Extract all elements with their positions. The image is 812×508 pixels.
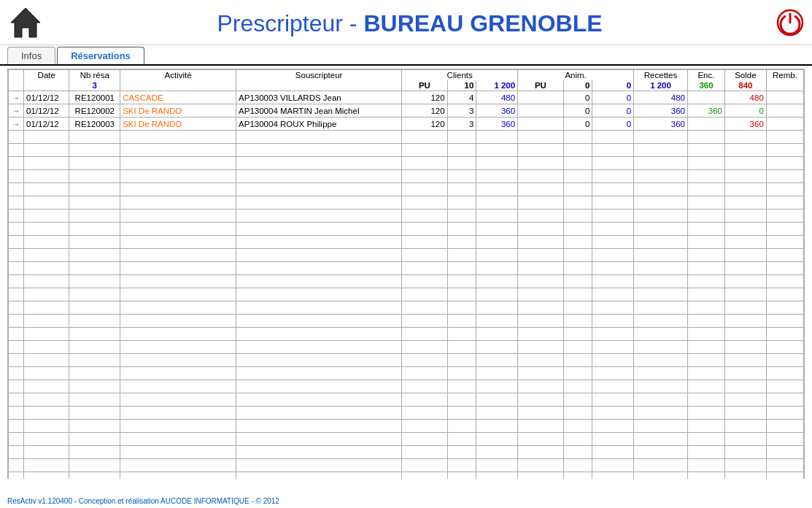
row-clients-du: 360 [476, 118, 518, 131]
row-souscripteur: AP130004 ROUX Philippe [236, 118, 402, 131]
th2-anim-du: 0 [592, 80, 634, 91]
th2-clients-pu: PU [402, 80, 447, 91]
row-clients-nb: 3 [447, 118, 476, 131]
empty-row [9, 288, 804, 301]
th2-nbrsa-count: 3 [69, 80, 120, 91]
row-anim-du: 0 [592, 91, 634, 104]
row-anim-du: 0 [592, 104, 634, 118]
row-anim-du: 0 [592, 118, 634, 131]
th-arrow [9, 70, 24, 81]
row-clients-pu: 120 [402, 104, 447, 118]
table-row[interactable]: → 01/12/12 RE120002 SKI De RANDO AP13000… [9, 104, 804, 118]
table-row[interactable]: → 01/12/12 RE120003 SKI De RANDO AP13000… [9, 118, 804, 131]
empty-row [9, 380, 804, 393]
th-anim-group: Anim. [518, 70, 634, 81]
empty-row [9, 183, 804, 196]
row-anim-nb: 0 [563, 104, 592, 118]
empty-row [9, 157, 804, 170]
row-anim-nb: 0 [563, 91, 592, 104]
row-activite: SKI De RANDO [120, 104, 236, 118]
row-anim-nb: 0 [563, 118, 592, 131]
empty-row [9, 433, 804, 446]
home-button[interactable] [7, 4, 44, 43]
column-header-row1: Date Nb résa Activité Souscripteur Clien… [9, 70, 804, 81]
th-activite: Activité [120, 70, 236, 81]
empty-row [9, 407, 804, 420]
row-clients-nb: 3 [447, 104, 476, 118]
empty-row [9, 223, 804, 236]
th2-enc: 360 [687, 80, 724, 91]
table-body: → 01/12/12 RE120001 CASCADE AP130003 VIL… [9, 91, 804, 480]
th2-activite [120, 80, 236, 91]
empty-row [9, 367, 804, 380]
row-clients-du: 480 [476, 91, 518, 104]
row-anim-pu [518, 91, 563, 104]
empty-row [9, 328, 804, 341]
row-arrow: → [9, 118, 24, 131]
row-ref: RE120002 [69, 104, 120, 118]
row-remb [766, 118, 803, 131]
th-remb: Remb. [766, 70, 803, 81]
power-button[interactable] [776, 8, 805, 39]
th-date: Date [24, 70, 69, 81]
empty-row [9, 249, 804, 262]
th2-recettes: 1 200 [634, 80, 688, 91]
row-recettes: 360 [634, 118, 688, 131]
row-clients-nb: 4 [447, 91, 476, 104]
row-ref: RE120003 [69, 118, 120, 131]
row-recettes: 360 [634, 104, 688, 118]
row-anim-pu [518, 104, 563, 118]
empty-row [9, 275, 804, 288]
tab-reservations[interactable]: Réservations [57, 47, 144, 64]
empty-row [9, 341, 804, 354]
empty-row [9, 459, 804, 472]
row-activite: SKI De RANDO [120, 118, 236, 131]
th2-clients-du: 1 200 [476, 80, 518, 91]
th-enc: Enc. [687, 70, 724, 81]
empty-row [9, 170, 804, 183]
row-recettes: 480 [634, 91, 688, 104]
row-solde: 360 [725, 118, 767, 131]
page-title: Prescripteur - BUREAU GRENOBLE [44, 10, 776, 37]
row-arrow: → [9, 91, 24, 104]
main-content: Date Nb résa Activité Souscripteur Clien… [0, 66, 812, 479]
reservations-table: Date Nb résa Activité Souscripteur Clien… [8, 69, 804, 479]
th2-clients-nb: 10 [447, 80, 476, 91]
th2-solde: 840 [725, 80, 767, 91]
table-row[interactable]: → 01/12/12 RE120001 CASCADE AP130003 VIL… [9, 91, 804, 104]
empty-row [9, 209, 804, 223]
row-arrow: → [9, 104, 24, 118]
row-date: 01/12/12 [24, 91, 69, 104]
empty-row [9, 196, 804, 209]
row-enc: 360 [687, 104, 724, 118]
th-nbrsa: Nb résa [69, 70, 120, 81]
empty-row [9, 236, 804, 249]
row-date: 01/12/12 [24, 104, 69, 118]
row-clients-pu: 120 [402, 118, 447, 131]
tab-infos[interactable]: Infos [7, 47, 55, 64]
th2-arrow [9, 80, 24, 91]
row-solde: 480 [725, 91, 767, 104]
empty-row [9, 420, 804, 433]
svg-marker-0 [11, 8, 40, 37]
row-ref: RE120001 [69, 91, 120, 104]
th2-date [24, 80, 69, 91]
empty-row [9, 315, 804, 328]
footer: ResActiv v1.120400 - Conception et réali… [7, 497, 279, 505]
empty-row [9, 393, 804, 407]
row-anim-pu [518, 118, 563, 131]
empty-row [9, 354, 804, 367]
row-enc [687, 118, 724, 131]
th-recettes: Recettes [634, 70, 688, 81]
th-souscripteur: Souscripteur [236, 70, 402, 81]
row-souscripteur: AP130003 VILLARDS Jean [236, 91, 402, 104]
row-date: 01/12/12 [24, 118, 69, 131]
table-wrapper[interactable]: Date Nb résa Activité Souscripteur Clien… [7, 69, 805, 479]
th2-souscripteur [236, 80, 402, 91]
row-activite: CASCADE [120, 91, 236, 104]
row-enc [687, 91, 724, 104]
column-header-row2: 3 PU 10 1 200 PU 0 0 1 200 360 840 [9, 80, 804, 91]
th2-remb [766, 80, 803, 91]
empty-row [9, 131, 804, 144]
row-solde: 0 [725, 104, 767, 118]
